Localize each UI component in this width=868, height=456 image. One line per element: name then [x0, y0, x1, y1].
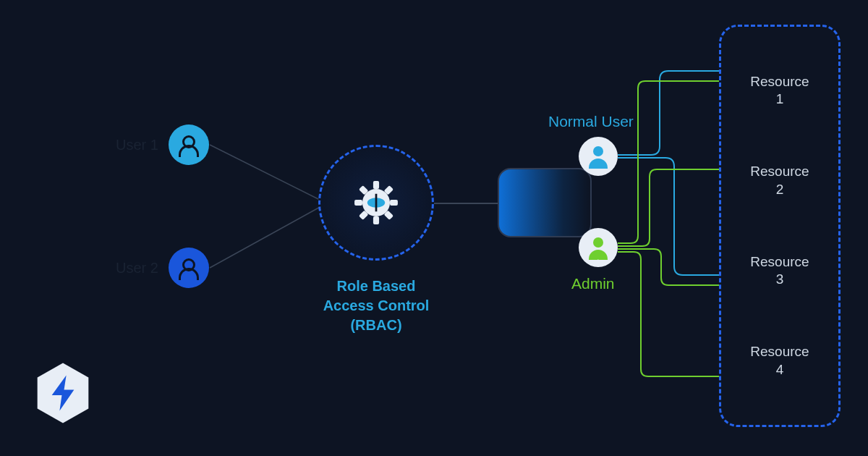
admin-avatar: ⚙: [579, 228, 618, 267]
person-icon: [586, 144, 610, 169]
person-icon: [178, 257, 200, 279]
user-1-label: User 1: [116, 137, 158, 153]
normal-user-avatar: [579, 137, 618, 176]
resource-2-label: Resource: [750, 164, 809, 179]
roles-container: [498, 168, 592, 237]
resources-panel: Resource 1 Resource 2 Resource 3 Resourc…: [719, 25, 841, 427]
svg-rect-5: [373, 216, 379, 224]
svg-rect-4: [373, 181, 379, 189]
brand-logo: [35, 362, 91, 424]
user-1-avatar: [169, 124, 209, 165]
resource-1: Resource 1: [721, 73, 838, 109]
user-2-avatar: [169, 248, 209, 288]
person-icon: [178, 134, 200, 156]
resource-1-label: Resource: [750, 74, 809, 89]
user-1: User 1: [116, 124, 209, 165]
rbac-title-line3: (RBAC): [350, 317, 401, 333]
person-icon: [586, 235, 610, 260]
rbac-title-line2: Access Control: [323, 297, 430, 313]
admin-label: Admin: [571, 275, 615, 292]
resource-4-label: Resource: [750, 344, 809, 359]
rbac-title: Role Based Access Control (RBAC): [318, 276, 434, 335]
rbac-title-line1: Role Based: [337, 278, 416, 294]
svg-line-1: [210, 206, 323, 268]
resource-2: Resource 2: [721, 163, 838, 198]
user-2-label: User 2: [116, 260, 158, 276]
resource-3-label: Resource: [750, 254, 809, 269]
resource-3: Resource 3: [721, 253, 838, 289]
normal-user-label: Normal User: [548, 113, 634, 130]
svg-rect-7: [390, 200, 398, 206]
gear-icon: [352, 178, 401, 227]
rbac-node: [318, 145, 434, 261]
resource-4: Resource 4: [721, 343, 838, 379]
resource-1-number: 1: [776, 91, 784, 106]
diagram-canvas: User 1 User 2: [0, 0, 868, 456]
user-2: User 2: [116, 248, 209, 288]
resource-4-number: 4: [776, 362, 784, 377]
resource-3-number: 3: [776, 271, 784, 287]
svg-line-0: [210, 145, 323, 201]
svg-rect-6: [354, 200, 362, 206]
resource-2-number: 2: [776, 182, 784, 197]
gear-icon: ⚙: [594, 258, 603, 269]
